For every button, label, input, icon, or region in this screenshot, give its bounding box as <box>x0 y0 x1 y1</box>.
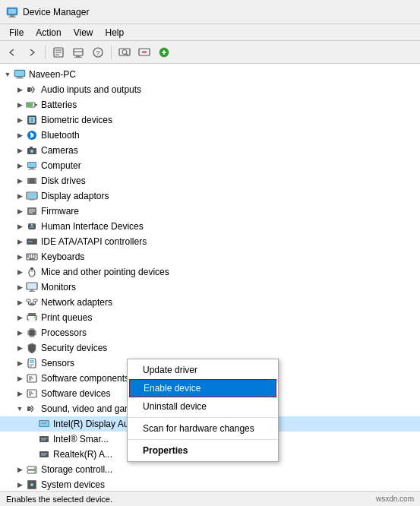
tree-node-monitors[interactable]: ▶ Monitors <box>0 280 420 295</box>
menu-help[interactable]: Help <box>99 26 131 40</box>
keyboards-label: Keyboards <box>41 251 84 262</box>
svg-rect-24 <box>17 77 22 78</box>
tree-node-keyboards[interactable]: ▶ Keyboards <box>0 249 420 264</box>
menu-view[interactable]: View <box>68 26 99 40</box>
svg-point-43 <box>31 180 33 182</box>
help-button[interactable]: ? <box>89 44 107 61</box>
svg-rect-71 <box>30 267 33 270</box>
expand-arrow-disk: ▶ <box>14 175 26 187</box>
tree-node-mice[interactable]: ▶ Mice and other pointing devices <box>0 264 420 280</box>
ide-icon <box>26 236 38 248</box>
processor-icon <box>26 327 38 339</box>
bluetooth-icon <box>26 129 38 141</box>
expand-arrow-intel-smart <box>26 433 38 445</box>
tree-node-computer[interactable]: ▶ Computer <box>0 158 420 173</box>
svg-rect-1 <box>8 9 16 14</box>
update-button[interactable] <box>69 44 87 61</box>
svg-point-52 <box>31 224 33 226</box>
properties-button[interactable] <box>49 44 68 61</box>
security-icon <box>26 342 38 354</box>
svg-rect-102 <box>30 360 34 363</box>
tree-node-audio[interactable]: ▶ Audio inputs and outputs <box>0 82 420 97</box>
context-menu-item-uninstall[interactable]: Uninstall device <box>128 397 278 416</box>
back-button[interactable] <box>3 44 21 61</box>
hid-icon <box>26 220 38 232</box>
tree-node-firmware[interactable]: ▶ Firmware <box>0 204 420 219</box>
softwarecomp-icon <box>26 372 38 384</box>
toolbar-separator-2 <box>111 46 112 59</box>
tree-node-batteries[interactable]: ▶ Batteries <box>0 97 420 112</box>
remove-button[interactable] <box>135 44 153 61</box>
context-menu-separator-1 <box>128 417 278 418</box>
expand-arrow-softwaredev: ▶ <box>14 387 26 400</box>
tree-node-network[interactable]: ▶ Network adapters <box>0 295 420 310</box>
main-content: ▼ Naveen-PC ▶ Audio input <box>0 64 420 506</box>
keyboard-icon <box>26 251 38 263</box>
expand-arrow-cameras: ▶ <box>14 144 26 157</box>
tree-node-disk[interactable]: ▶ Disk drives <box>0 173 420 188</box>
svg-rect-85 <box>29 318 35 321</box>
tree-node-systemdev[interactable]: ▶ System devices <box>0 477 420 492</box>
expand-arrow-intel-display <box>26 418 38 430</box>
tree-node-display[interactable]: ▶ Display adaptors <box>0 188 420 204</box>
tree-node-processors[interactable]: ▶ Proces <box>0 325 420 340</box>
expand-arrow-softwarecomp: ▶ <box>14 372 26 384</box>
sound-icon <box>26 403 38 415</box>
print-label: Print queues <box>41 312 92 323</box>
expand-arrow-ide: ▶ <box>14 236 26 248</box>
hid-label: Human Interface Devices <box>41 221 144 232</box>
expand-arrow-firmware: ▶ <box>14 205 26 217</box>
title-bar-text: Device Manager <box>23 7 89 17</box>
security-label: Security devices <box>41 343 107 353</box>
bluetooth-label: Bluetooth <box>41 130 80 141</box>
svg-rect-29 <box>27 103 33 106</box>
add-button[interactable] <box>155 44 173 61</box>
context-menu-item-scan[interactable]: Scan for hardware changes <box>128 419 278 438</box>
tree-node-storage[interactable]: ▶ Storage controll... <box>0 462 420 477</box>
context-menu-item-properties[interactable]: Properties <box>128 441 278 460</box>
svg-rect-74 <box>30 289 33 291</box>
tree-node-security[interactable]: ▶ Security devices <box>0 340 420 356</box>
svg-rect-3 <box>8 17 16 17</box>
tree-node-cameras[interactable]: ▶ Cameras <box>0 143 420 158</box>
context-menu-separator-2 <box>128 439 278 440</box>
tree-node-root[interactable]: ▼ Naveen-PC <box>0 67 420 82</box>
svg-rect-36 <box>30 147 33 148</box>
svg-rect-38 <box>28 163 36 167</box>
softwaredev-label: Software devices <box>41 388 110 399</box>
tree-node-bluetooth[interactable]: ▶ Bluetooth <box>0 128 420 143</box>
cameras-label: Cameras <box>41 145 78 156</box>
svg-rect-77 <box>33 299 37 302</box>
monitors-label: Monitors <box>41 282 76 293</box>
status-bar: Enables the selected device. wsxdn.com <box>0 491 420 506</box>
storage-icon <box>26 463 38 476</box>
menu-bar: File Action View Help <box>0 24 420 41</box>
firmware-label: Firmware <box>41 206 79 217</box>
mice-icon <box>26 266 38 278</box>
svg-point-125 <box>34 471 36 473</box>
intel-smart-label: Intel® Smar... <box>53 434 109 444</box>
svg-rect-46 <box>30 199 34 201</box>
display-icon <box>26 190 38 202</box>
disk-icon <box>26 175 38 187</box>
menu-action[interactable]: Action <box>30 26 67 40</box>
context-menu-item-enable[interactable]: Enable device <box>129 379 276 397</box>
menu-file[interactable]: File <box>3 26 30 40</box>
forward-button[interactable] <box>23 44 41 61</box>
intel-smart-icon <box>38 433 50 445</box>
svg-rect-40 <box>28 169 36 170</box>
svg-rect-39 <box>30 168 34 169</box>
svg-rect-88 <box>30 330 34 335</box>
tree-node-biometric[interactable]: ▶ Biometric devices <box>0 112 420 128</box>
tree-node-print[interactable]: ▶ Print queues <box>0 310 420 325</box>
expand-arrow-print: ▶ <box>14 312 26 324</box>
tree-node-hid[interactable]: ▶ Human Interface Devices <box>0 219 420 234</box>
svg-rect-62 <box>32 255 33 256</box>
svg-rect-63 <box>34 255 36 256</box>
tree-node-ide[interactable]: ▶ IDE ATA/ATAPI controllers <box>0 234 420 249</box>
svg-rect-45 <box>27 193 36 198</box>
svg-rect-64 <box>27 257 29 258</box>
context-menu-item-update[interactable]: Update driver <box>128 361 278 379</box>
scan-button[interactable] <box>115 44 134 61</box>
system-icon <box>26 479 38 491</box>
